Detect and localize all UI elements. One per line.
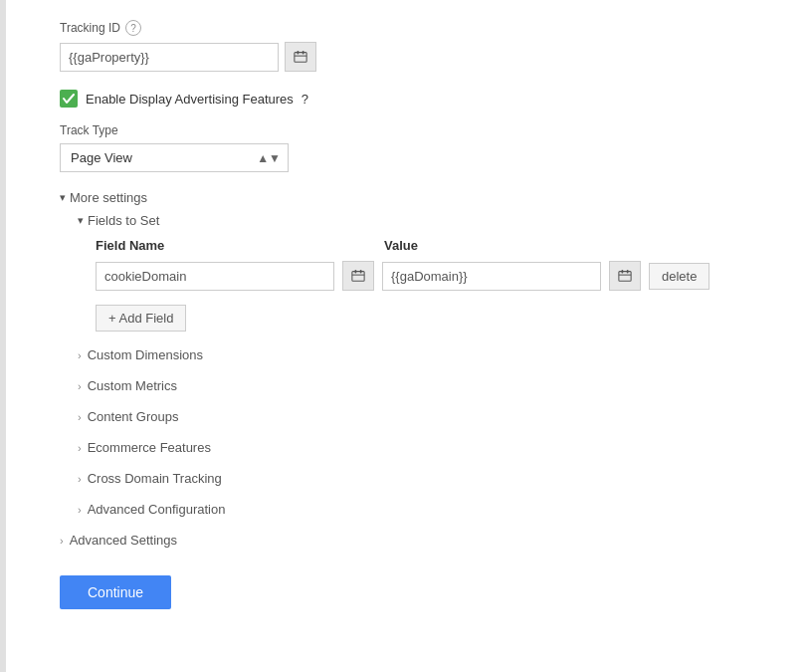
value-picker-btn[interactable]: [609, 261, 641, 291]
tracking-id-picker-btn[interactable]: [285, 42, 316, 72]
fields-table: Field Name Value: [96, 238, 769, 332]
picker-icon: [294, 50, 307, 64]
svg-rect-9: [622, 270, 624, 274]
col-header-value: Value: [384, 238, 643, 253]
advanced-settings-label: Advanced Settings: [70, 533, 177, 548]
track-type-label-row: Track Type: [60, 123, 769, 137]
tracking-id-input-row: [60, 42, 769, 72]
chevron-content-groups: ›: [78, 411, 82, 423]
more-settings-header[interactable]: ▾ More settings: [60, 190, 769, 205]
expandable-custom-metrics[interactable]: › Custom Metrics: [60, 370, 769, 401]
content-groups-label: Content Groups: [88, 409, 179, 424]
expandable-cross-domain-tracking[interactable]: › Cross Domain Tracking: [60, 463, 769, 494]
chevron-ecommerce-features: ›: [78, 442, 82, 454]
fields-to-set-label: Fields to Set: [88, 213, 159, 228]
track-type-label: Track Type: [60, 123, 118, 137]
expandable-ecommerce-features[interactable]: › Ecommerce Features: [60, 432, 769, 463]
expandable-advanced-configuration[interactable]: › Advanced Configuration: [60, 494, 769, 525]
custom-dimensions-label: Custom Dimensions: [88, 347, 203, 362]
more-settings-label: More settings: [70, 190, 147, 205]
svg-rect-2: [303, 51, 304, 55]
track-type-select-wrapper: Page View Event Transaction ▲▼: [60, 143, 289, 172]
ecommerce-features-label: Ecommerce Features: [88, 440, 211, 455]
svg-rect-5: [355, 270, 357, 274]
chevron-advanced-configuration: ›: [78, 504, 82, 516]
fields-to-set-arrow: ▾: [78, 214, 84, 227]
page-wrapper: Tracking ID ? Enable Display Advertising…: [0, 0, 809, 672]
col-header-field-name: Field Name: [96, 238, 364, 253]
value-input[interactable]: [382, 262, 601, 291]
field-picker-icon: [351, 269, 365, 283]
fields-to-set-section: ▾ Fields to Set Field Name Value: [78, 213, 769, 332]
value-picker-icon: [618, 269, 632, 283]
advertising-checkbox[interactable]: [60, 90, 78, 108]
svg-rect-4: [352, 272, 364, 282]
field-name-input[interactable]: [96, 262, 334, 291]
custom-metrics-label: Custom Metrics: [88, 378, 177, 393]
field-col-headers: Field Name Value: [96, 238, 769, 253]
field-row-1: delete: [96, 261, 769, 291]
chevron-cross-domain-tracking: ›: [78, 473, 82, 485]
checkmark-icon: [63, 93, 75, 105]
field-name-picker-btn[interactable]: [342, 261, 374, 291]
tracking-id-section: Tracking ID ?: [60, 20, 769, 72]
chevron-advanced-settings: ›: [60, 535, 64, 547]
expandable-content-groups[interactable]: › Content Groups: [60, 401, 769, 432]
more-settings-arrow: ▾: [60, 191, 66, 204]
advanced-settings-row[interactable]: › Advanced Settings: [60, 525, 769, 556]
svg-rect-6: [360, 270, 362, 274]
cross-domain-tracking-label: Cross Domain Tracking: [88, 471, 222, 486]
expandable-custom-dimensions[interactable]: › Custom Dimensions: [60, 339, 769, 370]
chevron-custom-metrics: ›: [78, 380, 82, 392]
svg-rect-0: [295, 53, 306, 63]
svg-rect-8: [619, 272, 631, 282]
tracking-id-label-row: Tracking ID ?: [60, 20, 769, 36]
advanced-configuration-label: Advanced Configuration: [88, 502, 226, 517]
tracking-id-input[interactable]: [60, 43, 279, 72]
more-settings-section: ▾ More settings ▾ Fields to Set Field Na…: [60, 190, 769, 525]
add-field-btn[interactable]: + Add Field: [96, 305, 186, 332]
track-type-section: Track Type Page View Event Transaction ▲…: [60, 123, 769, 172]
svg-rect-10: [627, 270, 629, 274]
expandable-items-list: › Custom Dimensions › Custom Metrics › C…: [60, 339, 769, 525]
advertising-checkbox-row: Enable Display Advertising Features ?: [60, 90, 769, 108]
fields-to-set-header[interactable]: ▾ Fields to Set: [78, 213, 769, 228]
tracking-id-help-icon[interactable]: ?: [125, 20, 141, 36]
advertising-help-icon[interactable]: ?: [302, 92, 308, 107]
tracking-id-label: Tracking ID: [60, 21, 120, 35]
svg-rect-1: [298, 51, 300, 55]
chevron-custom-dimensions: ›: [78, 349, 82, 361]
continue-button[interactable]: Continue: [60, 575, 171, 609]
delete-field-btn[interactable]: delete: [649, 263, 709, 290]
track-type-select[interactable]: Page View Event Transaction: [60, 143, 289, 172]
left-border: [0, 0, 6, 672]
advertising-label: Enable Display Advertising Features: [86, 92, 294, 107]
